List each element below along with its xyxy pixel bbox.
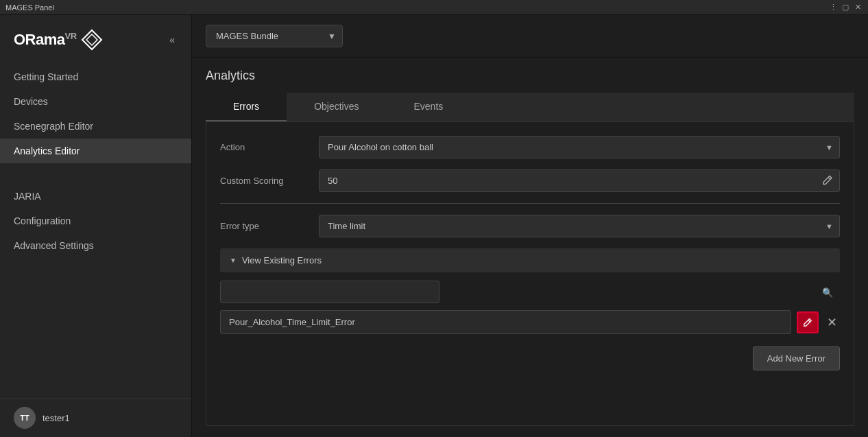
title-bar-close-btn[interactable]: ✕ [853,3,863,12]
content-area: MAGES Bundle ▼ Analytics Errors Objectiv… [192,15,868,437]
logo: ORamaVR [14,29,103,51]
custom-scoring-label: Custom Scoring [220,176,309,186]
title-bar: MAGES Panel ⋮ ▢ ✕ [0,0,868,15]
sidebar-nav: Getting Started Devices Scenegraph Edito… [0,58,191,398]
sidebar-item-jaria[interactable]: JARIA [0,184,191,209]
custom-scoring-control [319,169,840,192]
top-bar: MAGES Bundle ▼ [192,15,868,58]
avatar: TT [14,407,36,429]
sidebar-item-devices[interactable]: Devices [0,89,191,114]
form-area: Action Pour Alcohol on cotton ball ▼ Cus… [206,121,854,426]
custom-scoring-edit-btn[interactable] [821,173,834,189]
sidebar-item-analytics-editor[interactable]: Analytics Editor [0,139,191,163]
bundle-dropdown-wrapper: MAGES Bundle ▼ [206,25,343,47]
sidebar: ORamaVR « Getting Started Devices Sceneg… [0,15,192,437]
tab-errors[interactable]: Errors [206,93,287,121]
action-label: Action [220,142,309,152]
search-icon: 🔍 [822,287,833,297]
error-name-input[interactable] [220,310,791,334]
tab-objectives[interactable]: Objectives [287,93,386,121]
add-new-error-btn[interactable]: Add New Error [753,346,840,370]
custom-scoring-row: Custom Scoring [220,169,840,192]
title-bar-controls: ⋮ ▢ ✕ [828,3,863,12]
svg-marker-0 [82,30,101,49]
sidebar-header: ORamaVR « [0,15,191,58]
error-type-label: Error type [220,221,309,231]
collapse-sidebar-btn[interactable]: « [167,32,178,48]
sidebar-footer: TT tester1 [0,398,191,437]
sidebar-item-configuration[interactable]: Configuration [0,209,191,233]
main-container: ORamaVR « Getting Started Devices Sceneg… [0,15,868,437]
divider [220,203,840,204]
logo-text: ORamaVR [14,31,77,49]
search-wrapper: 🔍 [220,281,840,303]
logo-diamond-icon [81,29,103,51]
action-row: Action Pour Alcohol on cotton ball ▼ [220,136,840,158]
sidebar-item-getting-started[interactable]: Getting Started [0,64,191,89]
username: tester1 [43,413,70,423]
view-existing-errors-label: View Existing Errors [242,255,322,265]
view-existing-errors-header[interactable]: ▼ View Existing Errors [220,248,840,272]
svg-marker-1 [86,34,97,45]
search-input[interactable] [220,281,439,303]
analytics-section: Analytics Errors Objectives Events Actio… [192,58,868,437]
title-bar-minimize-btn[interactable]: ▢ [841,3,850,12]
title-bar-title: MAGES Panel [5,3,54,12]
title-bar-left: MAGES Panel [5,3,54,12]
custom-scoring-input[interactable] [319,169,840,192]
collapsible-arrow-icon: ▼ [230,257,237,264]
sidebar-gap [0,163,191,184]
analytics-title: Analytics [206,69,854,83]
action-select[interactable]: Pour Alcohol on cotton ball [319,136,840,158]
action-control: Pour Alcohol on cotton ball ▼ [319,136,840,158]
error-item: ✕ [220,310,840,334]
error-type-row: Error type Time limit ▼ [220,215,840,237]
edit-icon [822,174,833,185]
error-edit-btn[interactable] [797,311,819,333]
error-type-select[interactable]: Time limit [319,215,840,237]
tabs-container: Errors Objectives Events [206,93,854,121]
sidebar-item-scenegraph-editor[interactable]: Scenegraph Editor [0,114,191,139]
error-type-control: Time limit ▼ [319,215,840,237]
tab-events[interactable]: Events [386,93,470,121]
sidebar-item-advanced-settings[interactable]: Advanced Settings [0,233,191,258]
title-bar-menu-btn[interactable]: ⋮ [828,3,838,12]
bundle-dropdown[interactable]: MAGES Bundle [206,25,343,47]
error-edit-icon [803,318,812,327]
error-delete-btn[interactable]: ✕ [824,315,840,330]
